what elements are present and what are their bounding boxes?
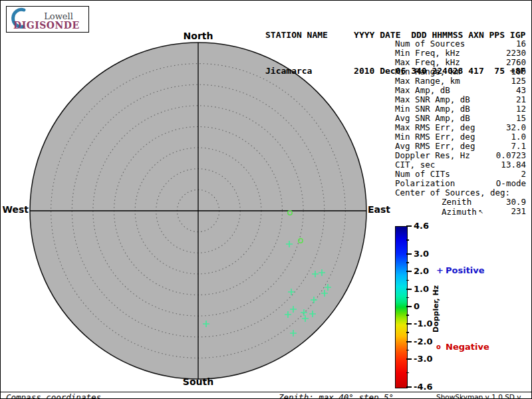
colorbar-major-tick — [406, 271, 412, 272]
stats-row: Min RMS Err, deg1.0 — [395, 132, 526, 142]
stats-row: Num of Sources16 — [395, 39, 526, 49]
stats-row: Max SNR Amp, dB21 — [395, 95, 526, 104]
colorbar-tick-label: -4.6 — [414, 382, 432, 392]
stats-row: CIT, sec13.84 — [395, 160, 526, 170]
stats-row: Azimuth ↖231 — [395, 207, 526, 217]
colorbar-tick-label: 3.0 — [414, 249, 429, 259]
colorbar-minor-tick — [406, 280, 409, 281]
colorbar-major-tick — [406, 289, 412, 290]
colorbar-tick-label: 2.0 — [414, 266, 429, 276]
legend-negative-label: Negative — [446, 342, 489, 352]
stats-panel: Num of Sources16Min Freq, kHz2230Max Fre… — [395, 39, 526, 217]
colorbar-major-tick — [406, 358, 412, 360]
stats-row: Max RMS Err, deg32.0 — [395, 123, 526, 132]
plus-symbol-icon: + — [436, 265, 446, 275]
colorbar-minor-tick — [406, 332, 409, 333]
colorbar-major-tick — [406, 253, 412, 255]
colorbar-minor-tick — [406, 350, 409, 351]
legend-positive-label: Positive — [446, 265, 485, 275]
stats-row: PolarizationO-mode — [395, 179, 526, 188]
stats-row: Num of CITs2 — [395, 170, 526, 179]
skymap-page: { "logo": { "line1": "Lowell", "line2": … — [0, 0, 532, 399]
colorbar-tick-label: 4.6 — [414, 221, 429, 231]
compass-label-north: North — [165, 31, 231, 41]
colorbar-axis-label: Doppler, Hz — [432, 271, 440, 346]
stats-row: Max Amp, dB43 — [395, 86, 526, 95]
stats-row: Max Range, km125 — [395, 76, 526, 86]
stats-row: Doppler Res, Hz0.0723 — [395, 151, 526, 160]
colorbar-minor-tick — [406, 315, 409, 316]
lowell-digisonde-logo: Lowell DIGISONDE — [6, 6, 89, 33]
stats-row: Avg SNR Amp, dB15 — [395, 114, 526, 123]
compass-label-south: South — [165, 376, 231, 387]
colorbar-minor-tick — [406, 239, 409, 241]
colorbar-major-tick — [406, 386, 412, 388]
colorbar-minor-tick — [406, 262, 409, 263]
stats-row: Zenith30.9 — [395, 198, 526, 207]
colorbar-major-tick — [406, 323, 412, 325]
colorbar-minor-tick — [406, 297, 409, 299]
colorbar-major-tick — [406, 225, 412, 227]
stats-row: Min Range, km100 — [395, 67, 526, 76]
stats-row: Min Freq, kHz2230 — [395, 49, 526, 58]
stats-row: Avg RMS Err, deg7.1 — [395, 142, 526, 151]
colorbar-tick-label: 0 — [414, 301, 420, 311]
colorbar-tick-label: 1.0 — [414, 284, 429, 294]
azimuth-direction-icon: ↖ — [477, 208, 483, 215]
compass-label-west: West — [1, 204, 29, 215]
colorbar-minor-tick — [406, 372, 409, 374]
legend-positive: +Positive — [436, 265, 485, 275]
logo-digisonde-text: DIGISONDE — [13, 20, 86, 31]
colorbar-major-tick — [406, 341, 412, 342]
colorbar-major-tick — [406, 306, 412, 307]
colorbar-tick-label: -3.0 — [414, 354, 432, 364]
stats-row: Center of Sources, deg: — [395, 188, 526, 198]
legend-negative: oNegative — [436, 342, 489, 352]
colorbar-tick-label: -2.0 — [414, 336, 432, 346]
colorbar-tick-label: -1.0 — [414, 319, 432, 329]
version-label: ShowSkymap v 1.0 SD v 4.2 — [436, 393, 531, 399]
stats-row: Max Freq, kHz2760 — [395, 58, 526, 67]
zenith-scale-label: Zenith: max 40° step 5° — [279, 392, 394, 399]
coordinates-mode-label: Compass coordinates — [6, 392, 101, 399]
doppler-colorbar — [395, 226, 408, 388]
stats-row: Min SNR Amp, dB12 — [395, 104, 526, 114]
circle-symbol-icon: o — [436, 343, 446, 350]
